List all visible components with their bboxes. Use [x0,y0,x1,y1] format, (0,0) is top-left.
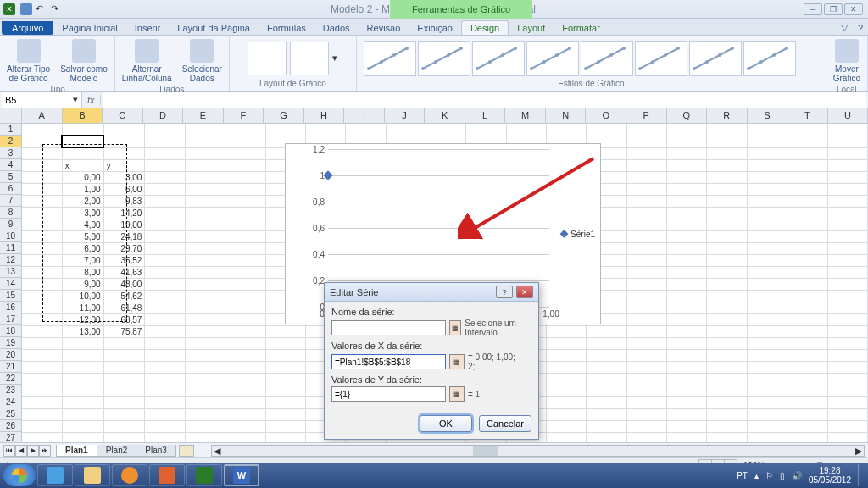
cell[interactable] [22,195,62,207]
column-header[interactable]: C [103,108,143,124]
sheet-tab[interactable]: Plan1 [56,445,97,457]
column-header[interactable]: J [385,108,426,124]
row-header[interactable]: 1 [0,124,22,136]
cell[interactable] [626,207,666,219]
column-header[interactable]: B [63,108,103,124]
cell[interactable] [667,290,707,302]
cell[interactable] [225,242,265,254]
cell[interactable] [707,373,747,385]
cell[interactable] [547,361,587,373]
cell[interactable] [103,337,145,349]
cell[interactable] [787,361,827,373]
sheet-nav-first[interactable]: ⏮ [3,445,15,457]
cell[interactable] [145,337,185,349]
cell[interactable] [707,420,747,432]
cell[interactable] [707,337,747,349]
cell[interactable] [22,254,62,266]
cell[interactable]: 13,00 [62,325,103,337]
chart-style-thumb[interactable] [364,41,416,76]
cell[interactable] [225,124,265,136]
cell[interactable]: 7,00 [62,254,103,266]
cell[interactable] [145,408,185,420]
cell[interactable] [667,396,707,408]
cell[interactable] [707,207,747,219]
cell[interactable] [185,242,225,254]
fx-icon[interactable]: fx [82,95,101,105]
cell[interactable] [62,124,103,136]
column-header[interactable]: F [224,108,264,124]
redo-icon[interactable]: ↷ [51,3,63,15]
cell[interactable] [626,385,666,396]
cell[interactable] [145,207,185,219]
cell[interactable] [707,313,747,325]
cell[interactable]: 14,20 [103,207,145,219]
cell[interactable] [707,408,747,420]
cell[interactable] [747,171,787,183]
cell[interactable] [22,325,62,337]
cell[interactable] [827,408,867,420]
column-header[interactable]: M [505,108,546,124]
cell[interactable] [707,136,747,147]
cell[interactable] [747,278,787,290]
cell[interactable] [547,408,587,420]
cell[interactable] [185,313,225,325]
cell[interactable] [145,230,185,242]
column-header[interactable]: I [344,108,385,124]
cell[interactable] [787,313,827,325]
row-header[interactable]: 18 [0,325,22,337]
cell[interactable] [185,207,225,219]
cell[interactable] [827,183,867,195]
cell[interactable] [747,230,787,242]
cell[interactable] [185,159,225,171]
dialog-titlebar[interactable]: Editar Série ? ✕ [325,283,538,302]
cell[interactable] [103,420,145,432]
column-header[interactable]: G [264,108,304,124]
taskbar-explorer[interactable] [75,464,110,486]
cell[interactable] [62,349,103,361]
cell[interactable] [707,290,747,302]
cell[interactable] [707,147,747,159]
cell[interactable]: 6,00 [103,183,145,195]
cell[interactable] [587,420,626,432]
cell[interactable] [265,373,305,385]
new-sheet-button[interactable] [179,445,194,457]
cell[interactable] [707,349,747,361]
cell[interactable] [22,219,62,230]
cell[interactable]: 54,62 [103,290,145,302]
cell[interactable] [707,325,747,337]
cell[interactable] [225,136,265,147]
cell[interactable]: 6,00 [62,242,103,254]
cell[interactable] [225,278,265,290]
cell[interactable] [225,373,265,385]
cell[interactable] [547,420,587,432]
cell[interactable] [667,147,707,159]
cell[interactable] [103,124,145,136]
cell[interactable] [185,373,225,385]
series-x-input[interactable] [331,354,446,369]
cell[interactable] [225,147,265,159]
tray-arrow-icon[interactable]: ▴ [754,471,759,480]
row-header[interactable]: 27 [0,432,22,442]
row-header[interactable]: 4 [0,159,22,171]
cell[interactable] [827,302,867,313]
cell[interactable] [22,302,62,313]
cell[interactable] [747,147,787,159]
cell[interactable] [707,396,747,408]
sheet-tab[interactable]: Plan2 [97,445,137,457]
cell[interactable] [667,385,707,396]
dialog-help-button[interactable]: ? [496,286,513,298]
cell[interactable] [22,313,62,325]
cell[interactable] [667,302,707,313]
cell[interactable] [707,302,747,313]
cell[interactable] [145,124,185,136]
help-icon[interactable]: ? [853,21,868,35]
chart-style-thumb[interactable] [418,41,470,76]
cell[interactable] [145,325,185,337]
cell[interactable] [626,361,666,373]
cell[interactable] [547,325,587,337]
sheet-nav-prev[interactable]: ◀ [15,445,27,457]
cell[interactable] [747,183,787,195]
cell[interactable] [22,230,62,242]
cell[interactable] [225,349,265,361]
cell[interactable] [587,349,626,361]
